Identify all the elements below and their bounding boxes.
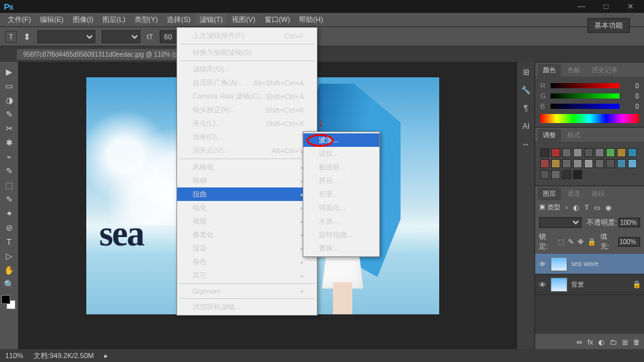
tab-paths[interactable]: 路径: [587, 187, 610, 200]
dock-icon-2[interactable]: 🔧: [520, 84, 533, 97]
color-swatches[interactable]: [1, 295, 15, 309]
submenu-item[interactable]: 挤压...: [303, 174, 379, 187]
layer-row[interactable]: 👁 背景 🔒: [535, 274, 644, 295]
hue-bar[interactable]: [540, 114, 639, 123]
fill-input[interactable]: [618, 237, 640, 247]
link-layers-icon[interactable]: ⇔: [576, 338, 582, 347]
menu-item[interactable]: 油画(O)...: [177, 130, 317, 144]
tool-preset-icon[interactable]: T: [5, 31, 17, 43]
swatch[interactable]: [551, 159, 560, 168]
filter-icon[interactable]: ◉: [605, 204, 612, 212]
menu-item[interactable]: 自适应广角(A)...Alt+Shift+Ctrl+A: [177, 76, 317, 90]
b-value[interactable]: 0: [623, 103, 639, 110]
hand-tool[interactable]: ✋: [1, 263, 17, 277]
dock-icon-4[interactable]: Al: [520, 120, 533, 133]
swatch[interactable]: [540, 159, 549, 168]
swatch[interactable]: [573, 148, 582, 157]
submenu-item[interactable]: 球面化...: [303, 201, 379, 214]
menu-item[interactable]: Digimarc▸: [177, 285, 317, 297]
brush-tool[interactable]: ✎: [1, 164, 17, 178]
layer-name[interactable]: sea wave: [571, 260, 598, 267]
type-tool[interactable]: T: [1, 234, 17, 249]
swatch[interactable]: [562, 170, 571, 179]
swatch[interactable]: [540, 148, 549, 157]
tab-styles[interactable]: 样式: [562, 129, 585, 142]
submenu-item[interactable]: 极坐标...: [303, 160, 379, 174]
workspace-switcher[interactable]: 基本功能: [587, 18, 630, 33]
swatch[interactable]: [562, 148, 571, 157]
filter-icon[interactable]: ▫: [565, 204, 568, 211]
doc-info[interactable]: 文档:949.2K/2.50M: [33, 351, 94, 361]
delete-layer-icon[interactable]: 🗑: [633, 338, 640, 346]
swatch[interactable]: [551, 148, 560, 157]
submenu-item[interactable]: 波浪...: [303, 133, 379, 147]
submenu-item[interactable]: 置换...: [303, 242, 379, 255]
swatch[interactable]: [606, 159, 615, 168]
zoom-level[interactable]: 110%: [5, 352, 23, 359]
font-family-select[interactable]: Hobo Std: [37, 30, 95, 43]
minimize-button[interactable]: —: [572, 2, 591, 11]
menu-edit[interactable]: 编辑(E): [36, 14, 68, 26]
swatch[interactable]: [584, 148, 593, 157]
menu-file[interactable]: 文件(F): [4, 14, 35, 26]
marquee-tool[interactable]: ▭: [1, 79, 17, 93]
layer-fx-icon[interactable]: fx: [587, 338, 593, 346]
menu-item[interactable]: 镜头校正(R)...Shift+Ctrl+R: [177, 103, 317, 117]
close-button[interactable]: ✕: [621, 2, 640, 11]
lock-move-icon[interactable]: ✥: [578, 238, 583, 246]
menu-type[interactable]: 类型(Y): [131, 14, 162, 26]
swatch[interactable]: [595, 159, 604, 168]
filter-icon[interactable]: T: [585, 204, 589, 211]
swatch[interactable]: [584, 159, 593, 168]
swatch[interactable]: [573, 159, 582, 168]
tab-adjust[interactable]: 调整: [538, 129, 561, 142]
menu-view[interactable]: 视图(V): [228, 14, 260, 26]
pen-tool[interactable]: ▷: [1, 249, 17, 263]
menu-item[interactable]: 模糊▸: [177, 174, 317, 187]
filter-icon[interactable]: ▭: [594, 204, 600, 212]
gradient-tool[interactable]: ✦: [1, 206, 17, 220]
layer-name[interactable]: 背景: [571, 280, 584, 289]
menu-item[interactable]: 其它▸: [177, 269, 317, 282]
menu-item[interactable]: 浏览联机滤镜...: [177, 300, 317, 314]
dock-icon-3[interactable]: ¶: [520, 102, 533, 115]
b-slider[interactable]: [551, 104, 620, 109]
menu-item[interactable]: 转换为智能滤镜(S): [177, 46, 317, 59]
tab-color[interactable]: 颜色: [538, 64, 561, 77]
pencil-tool[interactable]: ✎: [1, 192, 17, 206]
wand-tool[interactable]: ✎: [1, 107, 17, 121]
menu-item[interactable]: Camera Raw 滤镜(C)...Shift+Ctrl+A: [177, 90, 317, 103]
font-weight-select[interactable]: Medium: [102, 30, 140, 43]
r-slider[interactable]: [551, 83, 620, 88]
swatch[interactable]: [551, 170, 560, 179]
menu-item[interactable]: 风格化▸: [177, 160, 317, 174]
filter-icon[interactable]: ◐: [573, 204, 580, 212]
tab-history[interactable]: 历史记录: [587, 64, 623, 77]
blend-mode-select[interactable]: 正常: [539, 217, 582, 228]
g-value[interactable]: 0: [623, 93, 639, 100]
tab-channels[interactable]: 通道: [562, 187, 585, 200]
dodge-tool[interactable]: ⊘: [1, 220, 17, 234]
swatch[interactable]: [628, 159, 637, 168]
menu-item[interactable]: 渲染▸: [177, 242, 317, 255]
menu-item[interactable]: 视频▸: [177, 214, 317, 228]
swatch[interactable]: [562, 159, 571, 168]
tab-layers[interactable]: 图层: [538, 187, 561, 200]
menu-item[interactable]: 滤镜库(G)...: [177, 62, 317, 76]
swatch[interactable]: [617, 159, 626, 168]
menu-image[interactable]: 图像(I): [69, 14, 97, 26]
r-value[interactable]: 0: [623, 82, 639, 90]
crop-tool[interactable]: ✂: [1, 121, 17, 135]
filter-kind[interactable]: ▣ 类型: [539, 203, 560, 212]
move-tool[interactable]: ▶: [1, 64, 17, 79]
menu-window[interactable]: 窗口(W): [261, 14, 294, 26]
new-layer-icon[interactable]: ⊞: [622, 338, 628, 347]
submenu-item[interactable]: 旋转扭曲...: [303, 228, 379, 242]
stamp-tool[interactable]: ⬚: [1, 178, 17, 192]
g-slider[interactable]: [551, 93, 620, 99]
dock-icon-1[interactable]: ⊞: [520, 66, 533, 79]
layer-mask-icon[interactable]: ◐: [598, 338, 605, 347]
menu-item[interactable]: 扭曲▸: [177, 187, 317, 201]
layer-thumbnail[interactable]: [551, 257, 567, 271]
lock-all-icon[interactable]: 🔒: [587, 238, 596, 246]
